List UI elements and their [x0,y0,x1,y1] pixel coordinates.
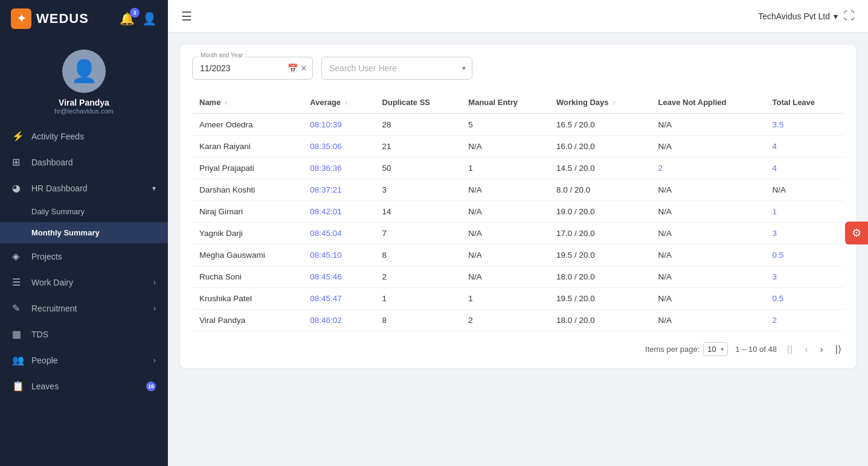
tds-icon: ▦ [12,328,24,340]
projects-icon: ◈ [12,251,24,262]
avatar-area: 👤 Viral Pandya hr@techavidus.com [0,37,168,123]
clear-date-button[interactable]: ✕ [300,63,307,73]
date-field[interactable]: Month and Year 11/2023 📅 ✕ [192,57,313,80]
cell-average[interactable]: 08:45:46 [303,266,375,288]
cell-duplicate-ss: 8 [375,244,461,266]
topbar: ☰ TechAvidus Pvt Ltd ▾ ⛶ [168,0,868,33]
sidebar-item-label: TDS [31,330,48,339]
cell-average[interactable]: 08:10:39 [303,113,375,136]
sidebar-item-label: HR Dashboard [31,184,88,193]
cell-total-leave[interactable]: 2 [765,310,844,331]
cell-duplicate-ss: 2 [375,266,461,288]
activity-feeds-icon: ⚡ [12,130,24,142]
sort-icon[interactable]: ↑ [345,100,348,106]
cell-total-leave[interactable]: 0.5 [765,244,844,266]
cell-duplicate-ss: 8 [375,310,461,331]
sidebar-item-label: Activity Feeds [31,132,84,141]
cell-average[interactable]: 08:36:36 [303,158,375,179]
company-selector[interactable]: TechAvidus Pvt Ltd ▾ [758,11,838,21]
sidebar-item-label: Recruitment [31,304,77,313]
sidebar-item-activity-feeds[interactable]: ⚡ Activity Feeds [0,123,168,149]
cell-manual-entry: 1 [461,158,549,179]
calendar-icon[interactable]: 📅 [288,63,298,73]
sidebar-item-label: Work Dairy [31,278,73,287]
col-duplicate-ss: Duplicate SS [375,92,461,113]
settings-fab[interactable]: ⚙ [845,222,868,244]
chevron-down-icon: ▾ [462,64,466,72]
col-total-leave: Total Leave [765,92,844,113]
main-card: Month and Year 11/2023 📅 ✕ Search User H… [180,45,856,368]
sidebar-item-monthly-summary[interactable]: Monthly Summary [0,222,168,243]
cell-total-leave[interactable]: 1 [765,201,844,223]
cell-working-days: 19.5 / 20.0 [549,288,651,310]
sidebar-item-dashboard[interactable]: ⊞ Dashboard [0,149,168,175]
sidebar-item-label: People [31,356,58,365]
cell-manual-entry: 2 [461,310,549,331]
sidebar-item-daily-summary[interactable]: Daily Summary [0,201,168,222]
cell-average[interactable]: 08:46:02 [303,310,375,331]
next-page-button[interactable]: › [818,343,826,356]
sidebar-item-people[interactable]: 👥 People › [0,347,168,373]
cell-manual-entry: N/A [461,136,549,158]
sidebar-item-projects[interactable]: ◈ Projects [0,243,168,269]
cell-total-leave[interactable]: 0.5 [765,288,844,310]
cell-name: Darshan Koshti [192,179,303,201]
cell-total-leave[interactable]: 4 [765,158,844,179]
profile-icon-button[interactable]: 👤 [142,11,157,26]
cell-working-days: 16.0 / 20.0 [549,136,651,158]
table-body: Ameer Odedra 08:10:39 28 5 16.5 / 20.0 N… [192,113,844,331]
notification-button[interactable]: 🔔 3 [120,11,135,26]
cell-total-leave: N/A [765,179,844,201]
notification-badge: 3 [130,8,140,18]
sort-icon[interactable]: ↑ [612,100,616,106]
sidebar-item-label: Dashboard [31,158,73,167]
sidebar: ✦ WEDUS 🔔 3 👤 👤 Viral Pandya hr@techavid… [0,0,168,466]
cell-average[interactable]: 08:45:04 [303,223,375,244]
per-page-wrapper: 10 25 50 [703,342,728,356]
cell-average[interactable]: 08:35:06 [303,136,375,158]
hamburger-button[interactable]: ☰ [181,9,192,24]
cell-duplicate-ss: 28 [375,113,461,136]
cell-average[interactable]: 08:42:01 [303,201,375,223]
sort-icon[interactable]: ↑ [225,100,228,106]
cell-average[interactable]: 08:37:21 [303,179,375,201]
sidebar-item-tds[interactable]: ▦ TDS [0,321,168,347]
cell-leave-not-applied[interactable]: 2 [651,158,765,179]
chevron-right-icon: › [153,356,156,365]
cell-working-days: 14.5 / 20.0 [549,158,651,179]
table-row: Priyal Prajapati 08:36:36 50 1 14.5 / 20… [192,158,844,179]
chevron-right-icon: › [153,278,156,287]
col-name: Name ↑ [192,92,303,113]
cell-total-leave[interactable]: 4 [765,136,844,158]
items-per-page: Items per page: 10 25 50 [645,342,728,356]
cell-average[interactable]: 08:45:47 [303,288,375,310]
sidebar-item-recruitment[interactable]: ✎ Recruitment › [0,295,168,321]
sidebar-item-work-dairy[interactable]: ☰ Work Dairy › [0,269,168,295]
cell-working-days: 19.0 / 20.0 [549,201,651,223]
fullscreen-button[interactable]: ⛶ [844,10,855,22]
cell-manual-entry: N/A [461,244,549,266]
sidebar-item-leaves[interactable]: 📋 Leaves 16 [0,373,168,399]
filters-row: Month and Year 11/2023 📅 ✕ Search User H… [192,57,844,80]
cell-name: Krushika Patel [192,288,303,310]
table-row: Krushika Patel 08:45:47 1 1 19.5 / 20.0 … [192,288,844,310]
search-user-field[interactable]: Search User Here ▾ [321,57,472,80]
table-header-row: Name ↑ Average ↑ Duplicate SS Manual Ent… [192,92,844,113]
cell-name: Niraj Girnari [192,201,303,223]
last-page-button[interactable]: |⟩ [833,342,844,356]
avatar: 👤 [62,49,106,93]
cell-average[interactable]: 08:45:10 [303,244,375,266]
prev-page-button[interactable]: ‹ [802,343,810,356]
cell-leave-not-applied: N/A [651,179,765,201]
cell-total-leave[interactable]: 3.5 [765,113,844,136]
sidebar-item-hr-dashboard[interactable]: ◕ HR Dashboard ▾ [0,175,168,201]
cell-duplicate-ss: 21 [375,136,461,158]
cell-leave-not-applied: N/A [651,136,765,158]
first-page-button[interactable]: ⟨| [784,342,795,356]
cell-total-leave[interactable]: 3 [765,223,844,244]
summary-table: Name ↑ Average ↑ Duplicate SS Manual Ent… [192,92,844,331]
cell-working-days: 16.5 / 20.0 [549,113,651,136]
per-page-select[interactable]: 10 25 50 [703,342,728,356]
cell-name: Yagnik Darji [192,223,303,244]
cell-total-leave[interactable]: 3 [765,266,844,288]
